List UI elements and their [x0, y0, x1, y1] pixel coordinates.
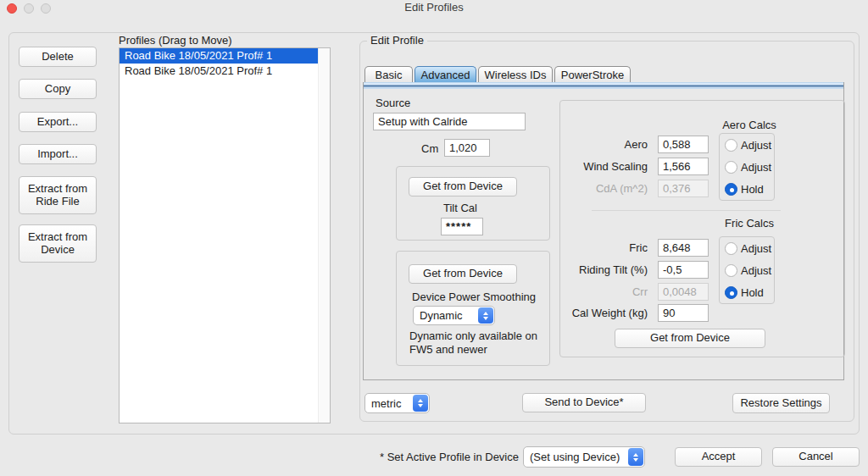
fric-label: Fric — [629, 241, 648, 254]
list-item[interactable]: Road Bike 18/05/2021 Prof# 1 — [120, 48, 318, 64]
aero-hold-radio[interactable]: Hold — [725, 183, 764, 196]
minimize-icon[interactable] — [24, 3, 34, 14]
profiles-list-label: Profiles (Drag to Move) — [119, 34, 232, 47]
radio-icon[interactable] — [725, 264, 737, 277]
fric-calcs-title: Fric Calcs — [717, 217, 782, 230]
get-from-device-button-tilt[interactable]: Get from Device — [409, 177, 517, 196]
tab-powerstroke[interactable]: PowerStroke — [554, 66, 631, 82]
fric-adjust-radio-2[interactable]: Adjust — [725, 264, 771, 277]
radio-icon[interactable] — [725, 161, 737, 174]
cda-field: 0,376 — [658, 180, 709, 197]
section-divider — [592, 210, 781, 211]
profiles-list[interactable]: Road Bike 18/05/2021 Prof# 1 Road Bike 1… — [119, 47, 331, 423]
copy-button[interactable]: Copy — [19, 79, 97, 99]
radio-icon[interactable] — [725, 139, 737, 152]
fric-hold-radio[interactable]: Hold — [725, 286, 764, 299]
profiles-scrollbar[interactable] — [318, 48, 330, 423]
radio-icon[interactable] — [725, 242, 737, 255]
set-active-profile-value: (Set using Device) — [524, 451, 627, 463]
cda-label: CdA (m^2) — [596, 182, 648, 195]
aero-adjust-radio-2[interactable]: Adjust — [725, 161, 771, 174]
device-power-smoothing-label: Device Power Smoothing — [397, 291, 551, 303]
stepper-icon — [478, 307, 493, 324]
cm-label: Cm — [421, 142, 438, 155]
riding-tilt-label: Riding Tilt (%) — [579, 263, 648, 276]
list-item[interactable]: Road Bike 18/05/2021 Prof# 1 — [120, 64, 318, 79]
extract-from-ride-file-button[interactable]: Extract from Ride File — [19, 176, 97, 214]
stepper-icon — [413, 395, 428, 412]
delete-button[interactable]: Delete — [19, 47, 97, 67]
set-active-profile-label: * Set Active Profile in Device — [322, 451, 519, 463]
crr-field: 0,0048 — [658, 283, 709, 301]
units-dropdown[interactable]: metric — [364, 393, 430, 413]
cal-weight-field[interactable]: 90 — [658, 304, 709, 322]
tilt-cal-group: Get from Device Tilt Cal ***** — [396, 166, 550, 241]
title-bar: Edit Profiles — [0, 0, 868, 16]
crr-label: Crr — [632, 285, 648, 298]
power-smoothing-value: Dynamic — [414, 309, 477, 322]
import-button[interactable]: Import... — [19, 144, 97, 164]
stepper-icon — [628, 448, 643, 466]
tab-wireless-ids[interactable]: Wireless IDs — [478, 66, 553, 82]
tab-basic[interactable]: Basic — [364, 66, 413, 82]
wind-scaling-label: Wind Scaling — [583, 160, 648, 173]
smoothing-note: Dynamic only available on FW5 and newer — [409, 329, 537, 357]
fric-field[interactable]: 8,648 — [658, 239, 709, 257]
set-active-profile-dropdown[interactable]: (Set using Device) — [523, 446, 645, 468]
power-smoothing-group: Get from Device Device Power Smoothing D… — [396, 251, 550, 366]
export-button[interactable]: Export... — [19, 112, 97, 132]
cal-weight-label: Cal Weight (kg) — [572, 307, 648, 319]
tilt-cal-field[interactable]: ***** — [441, 218, 483, 235]
wind-scaling-field[interactable]: 1,566 — [658, 158, 709, 175]
accept-button[interactable]: Accept — [675, 447, 762, 467]
fric-adjust-radio-1[interactable]: Adjust — [725, 242, 771, 255]
restore-settings-button[interactable]: Restore Settings — [732, 393, 830, 413]
units-value: metric — [365, 397, 412, 410]
edit-profile-group-label: Edit Profile — [367, 34, 427, 47]
source-label: Source — [376, 97, 410, 109]
aero-field[interactable]: 0,588 — [658, 136, 709, 153]
get-from-device-button-calcs[interactable]: Get from Device — [615, 329, 765, 348]
radio-selected-icon[interactable] — [725, 286, 737, 299]
power-smoothing-dropdown[interactable]: Dynamic — [413, 306, 495, 325]
tab-advanced[interactable]: Advanced — [415, 66, 476, 82]
tilt-cal-label: Tilt Cal — [397, 202, 524, 214]
aero-calcs-title: Aero Calcs — [717, 119, 782, 131]
tab-strip — [363, 82, 844, 89]
aero-adjust-radio-1[interactable]: Adjust — [725, 139, 771, 152]
calcs-panel: Aero Calcs Aero 0,588 Wind Scaling 1,566… — [559, 100, 845, 357]
get-from-device-button-smoothing[interactable]: Get from Device — [409, 264, 517, 284]
zoom-icon[interactable] — [41, 3, 51, 14]
cancel-button[interactable]: Cancel — [772, 447, 860, 467]
extract-from-device-button[interactable]: Extract from Device — [19, 224, 97, 263]
window-title: Edit Profiles — [0, 0, 868, 15]
fric-calcs-radio-group: Adjust Adjust Hold — [719, 236, 775, 304]
send-to-device-button[interactable]: Send to Device* — [522, 393, 646, 412]
aero-label: Aero — [625, 138, 648, 151]
source-field[interactable]: Setup with Calride — [373, 113, 526, 130]
radio-selected-icon[interactable] — [725, 183, 737, 196]
cm-field[interactable]: 1,020 — [444, 139, 490, 157]
aero-calcs-radio-group: Adjust Adjust Hold — [719, 133, 775, 201]
riding-tilt-field[interactable]: -0,5 — [658, 261, 709, 279]
close-icon[interactable] — [7, 3, 17, 14]
